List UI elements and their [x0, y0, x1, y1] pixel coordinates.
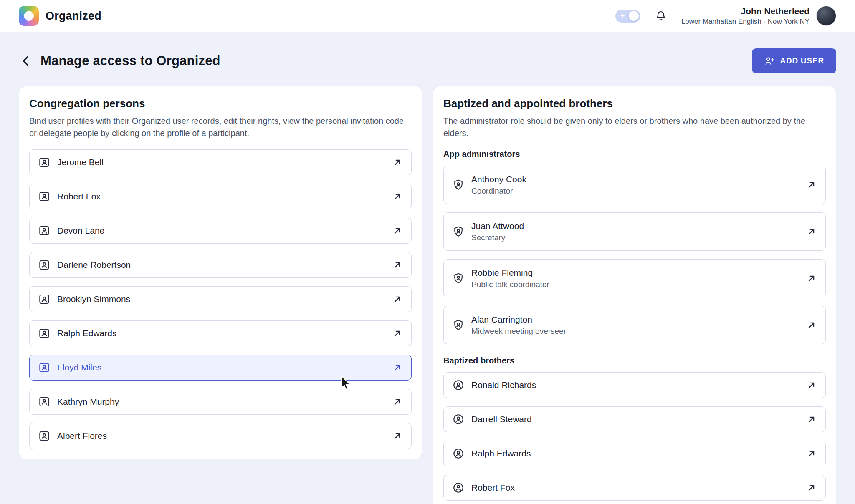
notifications-bell-icon[interactable]: [655, 10, 667, 22]
person-name: Ralph Edwards: [57, 328, 116, 338]
person-name: Robert Fox: [57, 192, 101, 202]
add-user-icon: [764, 55, 775, 66]
person-circle-icon: [452, 447, 465, 460]
congregation-person-row[interactable]: Kathryn Murphy: [29, 389, 412, 415]
person-name: Devon Lane: [57, 226, 104, 236]
brother-name: Darrell Steward: [471, 414, 532, 424]
app-administrators-list: Anthony Cook Coordinator Juan Attwood Se…: [443, 166, 826, 344]
contact-card-icon: [38, 293, 51, 305]
administrator-row[interactable]: Robbie Fleming Public talk coordinator: [443, 259, 826, 297]
baptized-brothers-label: Baptized brothers: [443, 356, 826, 365]
person-name: Kathryn Murphy: [57, 397, 119, 407]
administrator-row[interactable]: Anthony Cook Coordinator: [443, 166, 826, 204]
open-profile-arrow-icon[interactable]: [392, 431, 403, 442]
open-profile-arrow-icon[interactable]: [392, 294, 403, 305]
administrator-row[interactable]: Alan Carrington Midweek meeting overseer: [443, 306, 826, 344]
contact-card-icon: [38, 224, 51, 237]
app-brand[interactable]: Organized: [19, 6, 101, 26]
congregation-card-description: Bind user profiles with their Organized …: [29, 115, 412, 139]
person-name: Darlene Robertson: [57, 260, 131, 270]
brother-name: Ronald Richards: [471, 380, 536, 390]
contact-card-icon: [38, 361, 51, 374]
user-account[interactable]: John Netherleed Lower Manhattan English …: [681, 6, 836, 26]
app-administrators-label: App administrators: [443, 149, 826, 159]
top-bar: Organized ✦ John Netherleed Lower Manhat…: [0, 0, 855, 32]
user-congregation: Lower Manhattan English - New York NY: [681, 18, 809, 26]
brothers-card-description: The administrator role should be given o…: [443, 115, 826, 139]
congregation-person-row[interactable]: Ralph Edwards: [29, 320, 412, 346]
open-profile-arrow-icon[interactable]: [806, 414, 817, 425]
administrator-row[interactable]: Juan Attwood Secretary: [443, 212, 826, 251]
administrator-role: Secretary: [471, 233, 524, 242]
congregation-card-title: Congregation persons: [29, 97, 412, 110]
open-profile-arrow-icon[interactable]: [392, 328, 403, 339]
open-profile-arrow-icon[interactable]: [806, 482, 817, 494]
person-name: Brooklyn Simmons: [57, 294, 130, 304]
person-name: Albert Flores: [57, 431, 107, 441]
administrator-role: Coordinator: [471, 186, 526, 196]
baptized-brother-row[interactable]: Darrell Steward: [443, 406, 826, 432]
contact-card-icon: [38, 190, 51, 203]
open-profile-arrow-icon[interactable]: [806, 273, 817, 284]
appointed-brothers-card: Baptized and appointed brothers The admi…: [433, 86, 836, 504]
congregation-person-row[interactable]: Floyd Miles: [29, 355, 412, 381]
open-profile-arrow-icon[interactable]: [806, 179, 817, 191]
app-logo-icon: [19, 6, 39, 26]
administrator-name: Juan Attwood: [471, 221, 524, 231]
open-profile-arrow-icon[interactable]: [806, 226, 817, 237]
brother-name: Ralph Edwards: [471, 449, 531, 459]
baptized-brother-row[interactable]: Robert Fox: [443, 475, 826, 501]
person-circle-icon: [452, 379, 465, 391]
shield-person-icon: [452, 225, 465, 238]
brothers-card-title: Baptized and appointed brothers: [443, 97, 826, 110]
open-profile-arrow-icon[interactable]: [392, 396, 403, 408]
shield-person-icon: [452, 272, 465, 285]
app-name: Organized: [46, 10, 101, 23]
add-user-button[interactable]: ADD USER: [752, 48, 836, 73]
shield-person-icon: [452, 179, 465, 191]
administrator-role: Midweek meeting overseer: [471, 327, 566, 336]
open-profile-arrow-icon[interactable]: [392, 225, 403, 237]
sparkle-icon: ✦: [620, 12, 625, 20]
brother-name: Robert Fox: [471, 483, 515, 493]
baptized-brothers-list: Ronald Richards Darrell Steward Ralph Ed…: [443, 372, 826, 501]
contact-card-icon: [38, 259, 51, 271]
person-circle-icon: [452, 481, 465, 494]
page-title: Manage access to Organized: [40, 53, 220, 68]
congregation-person-row[interactable]: Brooklyn Simmons: [29, 286, 412, 312]
contact-card-icon: [38, 156, 51, 169]
congregation-person-row[interactable]: Darlene Robertson: [29, 252, 412, 278]
person-circle-icon: [452, 413, 465, 426]
open-profile-arrow-icon[interactable]: [806, 448, 817, 459]
congregation-person-row[interactable]: Jerome Bell: [29, 149, 412, 175]
open-profile-arrow-icon[interactable]: [806, 380, 817, 391]
open-profile-arrow-icon[interactable]: [392, 191, 403, 202]
administrator-name: Alan Carrington: [471, 315, 566, 325]
open-profile-arrow-icon[interactable]: [392, 157, 403, 168]
toggle-knob: [629, 11, 639, 21]
congregation-person-row[interactable]: Devon Lane: [29, 218, 412, 244]
back-button[interactable]: [19, 54, 33, 68]
contact-card-icon: [38, 327, 51, 340]
add-user-label: ADD USER: [780, 56, 824, 66]
open-profile-arrow-icon[interactable]: [392, 362, 403, 373]
person-name: Jerome Bell: [57, 157, 104, 167]
theme-toggle[interactable]: ✦: [615, 10, 640, 23]
administrator-name: Robbie Fleming: [471, 268, 549, 278]
person-name: Floyd Miles: [57, 363, 101, 373]
administrator-role: Public talk coordinator: [471, 280, 549, 289]
open-profile-arrow-icon[interactable]: [806, 320, 817, 331]
contact-card-icon: [38, 396, 51, 408]
administrator-name: Anthony Cook: [471, 174, 526, 184]
contact-card-icon: [38, 430, 51, 442]
avatar[interactable]: [816, 6, 836, 26]
congregation-person-row[interactable]: Albert Flores: [29, 423, 412, 449]
baptized-brother-row[interactable]: Ronald Richards: [443, 372, 826, 398]
congregation-persons-card: Congregation persons Bind user profiles …: [19, 86, 422, 459]
congregation-person-row[interactable]: Robert Fox: [29, 184, 412, 209]
open-profile-arrow-icon[interactable]: [392, 260, 403, 271]
congregation-person-list: Jerome Bell Robert Fox Devon Lane D: [29, 149, 412, 449]
user-name: John Netherleed: [681, 6, 809, 16]
shield-person-icon: [452, 319, 465, 331]
baptized-brother-row[interactable]: Ralph Edwards: [443, 441, 826, 466]
